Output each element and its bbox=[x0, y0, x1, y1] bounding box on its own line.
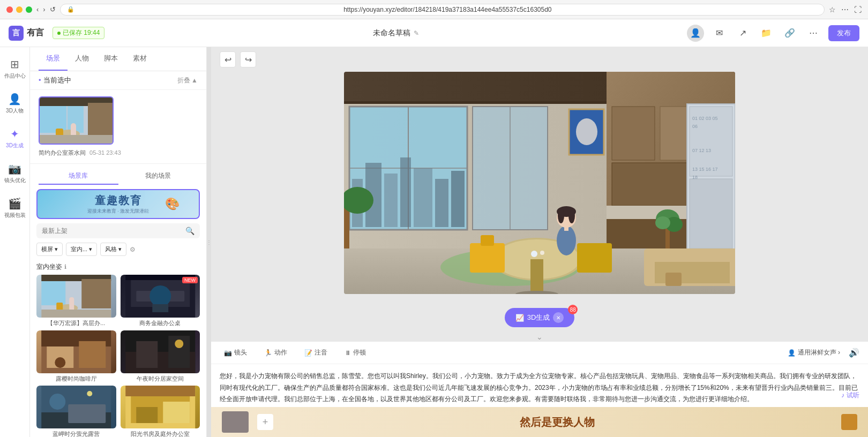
window-minimize-btn[interactable] bbox=[16, 6, 23, 13]
tts-btn[interactable]: ♪ 试听 bbox=[841, 390, 859, 402]
lib-tab-library[interactable]: 场景库 bbox=[39, 168, 118, 185]
url-bar[interactable]: 🔒 https://youyan.xyz/editor/184218/419a3… bbox=[60, 4, 825, 16]
bottom-preview-thumb[interactable] bbox=[222, 411, 249, 433]
selected-scene-thumb[interactable] bbox=[39, 96, 114, 145]
scene-svg: 01 02 03 05 06 07 12 13 13 15 16 17 18 bbox=[344, 72, 735, 294]
tab-character[interactable]: 人物 bbox=[68, 47, 96, 71]
current-section: 当前选中 折叠 ▲ bbox=[30, 71, 206, 90]
svg-rect-85 bbox=[481, 235, 494, 246]
selected-scene-area: 简约办公室茶水间 05-31 23:43 bbox=[30, 90, 206, 164]
chevron-down-icon: ▾ bbox=[55, 246, 58, 253]
sidebar-item-video[interactable]: 🎬 视频包装 bbox=[2, 193, 28, 223]
tab-scene[interactable]: 场景 bbox=[39, 47, 68, 71]
edit-title-icon[interactable]: ✎ bbox=[414, 29, 419, 37]
svg-rect-86 bbox=[577, 243, 612, 273]
window-maximize-btn[interactable] bbox=[26, 6, 32, 13]
volume-icon[interactable]: 🔊 bbox=[849, 348, 859, 358]
tab-script[interactable]: 脚本 bbox=[96, 47, 125, 71]
svg-point-97 bbox=[568, 208, 575, 223]
undo-btn[interactable]: ↩ bbox=[220, 51, 236, 67]
3d-person-icon: 👤 bbox=[8, 93, 21, 106]
scene-thumb-0 bbox=[36, 275, 116, 318]
back-btn[interactable]: ‹ bbox=[36, 5, 39, 13]
bookmark-icon[interactable]: ☆ bbox=[829, 5, 836, 14]
3d-gen-icon: ✦ bbox=[10, 127, 19, 140]
current-label: 当前选中 bbox=[39, 76, 71, 85]
svg-point-21 bbox=[149, 285, 171, 307]
tab-material[interactable]: 素材 bbox=[125, 47, 154, 71]
search-bar: 🔍 bbox=[36, 223, 200, 238]
tool-camera[interactable]: 📷 镜头 bbox=[220, 346, 251, 359]
voice-selector[interactable]: 👤 通用淋鲜女声 › bbox=[788, 348, 840, 357]
library-tabs: 场景库 我的场景 bbox=[30, 164, 206, 189]
tool-pause[interactable]: ⏸ 停顿 bbox=[340, 346, 370, 359]
forward-btn[interactable]: › bbox=[43, 5, 45, 13]
svg-point-103 bbox=[531, 251, 537, 257]
category-label: 室内坐姿 bbox=[36, 262, 62, 272]
generate-badge: 88 bbox=[568, 305, 578, 314]
share-btn[interactable]: ↗ bbox=[734, 25, 751, 42]
bottom-corner-indicator bbox=[841, 414, 857, 430]
collapse-btn[interactable]: 折叠 ▲ bbox=[177, 76, 198, 85]
more-btn[interactable]: ⋯ bbox=[805, 25, 822, 42]
logo-text: 有言 bbox=[27, 27, 44, 39]
camera-tool-icon: 📷 bbox=[224, 349, 232, 357]
sidebar-item-3d-gen[interactable]: ✦ 3D生成 bbox=[2, 123, 28, 154]
filter-style[interactable]: 风格 ▾ bbox=[100, 243, 126, 256]
banner-area[interactable]: 童趣教育 迎接未来教育 · 激发无限潜能 🎨 bbox=[36, 189, 200, 219]
filter-orientation[interactable]: 横屏 ▾ bbox=[36, 243, 63, 256]
scene-item-5[interactable]: 阳光书房及庭外办公室 bbox=[121, 386, 200, 437]
generate-btn-area: 📈 3D生成 ✕ 88 bbox=[211, 303, 868, 333]
search-icon[interactable]: 🔍 bbox=[185, 227, 194, 235]
svg-rect-16 bbox=[41, 310, 111, 318]
banner-title: 童趣教育 bbox=[95, 193, 142, 208]
scene-item-4[interactable]: 蓝岬时分萤光露营 bbox=[36, 386, 116, 437]
expand-btn[interactable]: ⌄ bbox=[211, 333, 868, 341]
link-btn[interactable]: 🔗 bbox=[781, 25, 798, 42]
svg-point-104 bbox=[540, 251, 544, 255]
svg-rect-22 bbox=[152, 304, 168, 312]
window-close-btn[interactable] bbox=[6, 6, 13, 13]
lib-tab-mine[interactable]: 我的场景 bbox=[118, 168, 198, 185]
canvas-area: 01 02 03 05 06 07 12 13 13 15 16 17 18 bbox=[211, 72, 868, 303]
scene-item-2[interactable]: 露樱时尚咖啡厅 bbox=[36, 330, 116, 382]
folder-btn[interactable]: 📁 bbox=[758, 25, 775, 42]
sidebar-item-3d-person[interactable]: 👤 3D人物 bbox=[2, 88, 28, 119]
user-avatar[interactable]: 👤 bbox=[687, 25, 704, 42]
svg-rect-12 bbox=[81, 279, 111, 308]
mail-btn[interactable]: ✉ bbox=[710, 25, 728, 42]
scene-label-3: 午夜时分居家空间 bbox=[121, 375, 200, 382]
scene-label-2: 露樱时尚咖啡厅 bbox=[36, 375, 116, 382]
resize-handle[interactable]: ⋮ bbox=[207, 47, 211, 437]
scene-canvas[interactable]: 01 02 03 05 06 07 12 13 13 15 16 17 18 bbox=[344, 72, 735, 294]
tts-label: 试听 bbox=[847, 390, 859, 402]
fullscreen-icon[interactable]: ⛶ bbox=[854, 5, 862, 14]
info-icon[interactable]: ℹ bbox=[64, 263, 66, 270]
editor-content[interactable]: 您好，我是小力宠物有限公司的销售总监，陈雪莹。您也可以叫我Shirley。我们公… bbox=[211, 364, 868, 407]
scene-thumb-3 bbox=[121, 330, 200, 373]
svg-rect-54 bbox=[414, 168, 432, 227]
generate-3d-button[interactable]: 📈 3D生成 ✕ 88 bbox=[505, 308, 575, 327]
works-icon: ⊞ bbox=[10, 58, 19, 71]
generate-close-btn[interactable]: ✕ bbox=[553, 312, 564, 323]
filter-indoor[interactable]: 室内... ▾ bbox=[66, 243, 97, 256]
scene-item-3[interactable]: 午夜时分居家空间 bbox=[121, 330, 200, 382]
refresh-btn[interactable]: ↺ bbox=[50, 5, 56, 13]
scene-thumb-2 bbox=[36, 330, 116, 373]
sidebar-item-works[interactable]: ⊞ 作品中心 bbox=[2, 54, 28, 84]
more-icon[interactable]: ⋯ bbox=[841, 5, 849, 14]
publish-button[interactable]: 发布 bbox=[828, 25, 859, 41]
redo-btn[interactable]: ↪ bbox=[240, 51, 256, 67]
tool-action[interactable]: 🏃 动作 bbox=[260, 346, 291, 359]
camera-label: 镜头优化 bbox=[4, 177, 26, 184]
filter-icon[interactable]: ⚙ bbox=[130, 246, 136, 253]
scene-item-1[interactable]: NEW 商务金融办公桌 bbox=[121, 275, 200, 326]
scene-item-0[interactable]: 【华万宏源】高层办... bbox=[36, 275, 116, 326]
search-input[interactable] bbox=[42, 227, 182, 235]
add-slide-btn[interactable]: + bbox=[257, 414, 273, 430]
sidebar-item-camera[interactable]: 📷 镜头优化 bbox=[2, 158, 28, 189]
tool-caption[interactable]: 📝 注音 bbox=[300, 346, 332, 359]
browser-controls bbox=[6, 6, 32, 13]
save-dot bbox=[57, 32, 61, 35]
svg-text:06: 06 bbox=[692, 124, 698, 129]
